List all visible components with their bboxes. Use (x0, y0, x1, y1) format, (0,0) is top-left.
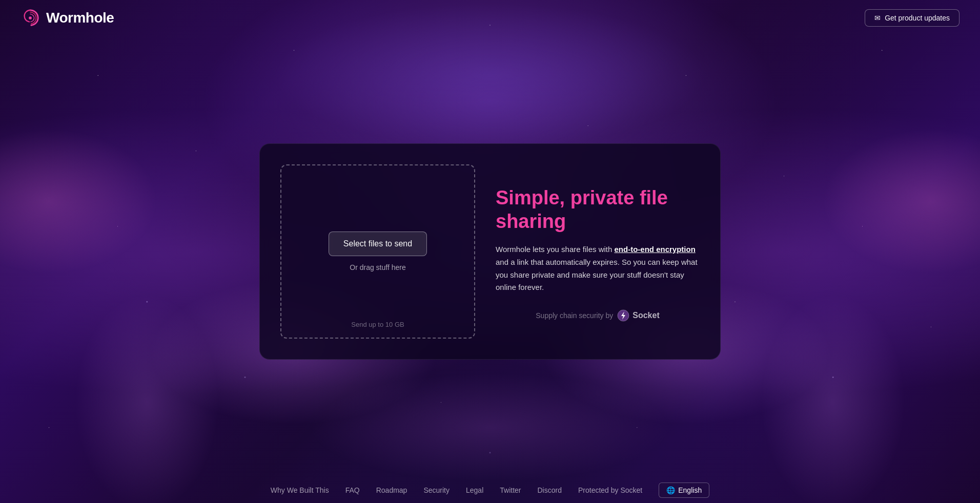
drag-hint: Or drag stuff here (350, 263, 405, 271)
language-button[interactable]: 🌐 English (659, 483, 709, 498)
header: Wormhole ✉ Get product updates (0, 0, 980, 36)
encryption-highlight: end-to-end encryption (614, 245, 695, 254)
supply-chain-label: Supply chain security by (536, 311, 613, 320)
footer-link-protected-by-socket[interactable]: Protected by Socket (578, 486, 642, 494)
svg-point-0 (29, 16, 32, 19)
footer-link-why-we-built[interactable]: Why We Built This (271, 486, 329, 494)
description: Wormhole lets you share files with end-t… (496, 243, 700, 294)
description-part2: and a link that automatically expires. S… (496, 258, 698, 292)
info-panel: Simple, private file sharing Wormhole le… (496, 164, 700, 339)
headline: Simple, private file sharing (496, 186, 700, 233)
socket-icon (617, 309, 629, 322)
footer-link-legal[interactable]: Legal (466, 486, 483, 494)
mail-icon: ✉ (874, 14, 881, 22)
file-dropzone[interactable]: Select files to send Or drag stuff here … (280, 164, 475, 339)
footer-link-security[interactable]: Security (423, 486, 450, 494)
socket-logo: Socket (617, 309, 659, 322)
get-updates-label: Get product updates (885, 14, 950, 22)
footer: Why We Built This FAQ Roadmap Security L… (0, 477, 980, 503)
socket-name: Socket (632, 311, 659, 320)
description-part1: Wormhole lets you share files with (496, 245, 614, 254)
wormhole-logo-icon (21, 8, 40, 28)
footer-link-discord[interactable]: Discord (537, 486, 561, 494)
get-updates-button[interactable]: ✉ Get product updates (865, 9, 959, 27)
language-label: English (678, 486, 702, 494)
file-sharing-card: Select files to send Or drag stuff here … (259, 143, 721, 360)
main-content: Select files to send Or drag stuff here … (259, 143, 721, 360)
footer-link-faq[interactable]: FAQ (345, 486, 360, 494)
footer-link-roadmap[interactable]: Roadmap (376, 486, 407, 494)
socket-badge: Supply chain security by Socket (496, 309, 700, 322)
footer-link-twitter[interactable]: Twitter (500, 486, 521, 494)
logo[interactable]: Wormhole (21, 8, 114, 28)
globe-icon: 🌐 (666, 486, 675, 494)
select-files-button[interactable]: Select files to send (329, 232, 427, 256)
send-limit-label: Send up to 10 GB (351, 321, 404, 328)
logo-text: Wormhole (46, 10, 114, 26)
